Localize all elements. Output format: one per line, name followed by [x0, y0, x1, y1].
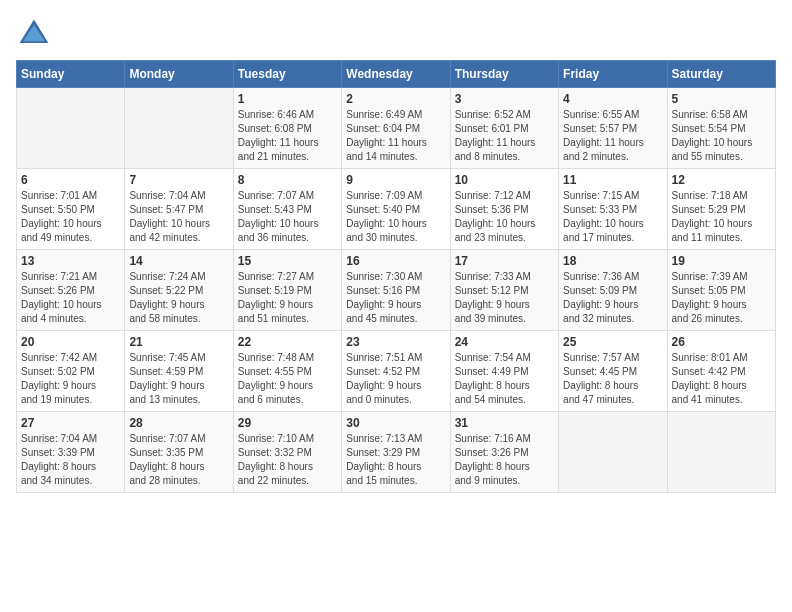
- calendar-cell: 22Sunrise: 7:48 AM Sunset: 4:55 PM Dayli…: [233, 331, 341, 412]
- day-info: Sunrise: 7:15 AM Sunset: 5:33 PM Dayligh…: [563, 189, 662, 245]
- day-info: Sunrise: 7:33 AM Sunset: 5:12 PM Dayligh…: [455, 270, 554, 326]
- day-number: 4: [563, 92, 662, 106]
- day-info: Sunrise: 7:13 AM Sunset: 3:29 PM Dayligh…: [346, 432, 445, 488]
- day-number: 22: [238, 335, 337, 349]
- calendar-cell: 24Sunrise: 7:54 AM Sunset: 4:49 PM Dayli…: [450, 331, 558, 412]
- day-number: 31: [455, 416, 554, 430]
- weekday-header-sunday: Sunday: [17, 61, 125, 88]
- day-number: 25: [563, 335, 662, 349]
- day-info: Sunrise: 7:01 AM Sunset: 5:50 PM Dayligh…: [21, 189, 120, 245]
- day-number: 16: [346, 254, 445, 268]
- day-info: Sunrise: 7:09 AM Sunset: 5:40 PM Dayligh…: [346, 189, 445, 245]
- day-info: Sunrise: 7:07 AM Sunset: 3:35 PM Dayligh…: [129, 432, 228, 488]
- day-info: Sunrise: 7:45 AM Sunset: 4:59 PM Dayligh…: [129, 351, 228, 407]
- day-number: 27: [21, 416, 120, 430]
- weekday-header-monday: Monday: [125, 61, 233, 88]
- calendar-cell: [17, 88, 125, 169]
- calendar-cell: 29Sunrise: 7:10 AM Sunset: 3:32 PM Dayli…: [233, 412, 341, 493]
- day-number: 1: [238, 92, 337, 106]
- day-number: 6: [21, 173, 120, 187]
- calendar-cell: 8Sunrise: 7:07 AM Sunset: 5:43 PM Daylig…: [233, 169, 341, 250]
- calendar-cell: 10Sunrise: 7:12 AM Sunset: 5:36 PM Dayli…: [450, 169, 558, 250]
- calendar-cell: [125, 88, 233, 169]
- day-info: Sunrise: 7:04 AM Sunset: 5:47 PM Dayligh…: [129, 189, 228, 245]
- calendar-cell: 7Sunrise: 7:04 AM Sunset: 5:47 PM Daylig…: [125, 169, 233, 250]
- day-info: Sunrise: 6:49 AM Sunset: 6:04 PM Dayligh…: [346, 108, 445, 164]
- day-number: 11: [563, 173, 662, 187]
- day-number: 3: [455, 92, 554, 106]
- calendar-cell: 28Sunrise: 7:07 AM Sunset: 3:35 PM Dayli…: [125, 412, 233, 493]
- day-info: Sunrise: 7:04 AM Sunset: 3:39 PM Dayligh…: [21, 432, 120, 488]
- calendar-cell: 2Sunrise: 6:49 AM Sunset: 6:04 PM Daylig…: [342, 88, 450, 169]
- weekday-header-thursday: Thursday: [450, 61, 558, 88]
- day-number: 23: [346, 335, 445, 349]
- day-info: Sunrise: 7:10 AM Sunset: 3:32 PM Dayligh…: [238, 432, 337, 488]
- page-header: [16, 16, 776, 52]
- day-number: 14: [129, 254, 228, 268]
- calendar-cell: 3Sunrise: 6:52 AM Sunset: 6:01 PM Daylig…: [450, 88, 558, 169]
- day-info: Sunrise: 7:36 AM Sunset: 5:09 PM Dayligh…: [563, 270, 662, 326]
- day-number: 17: [455, 254, 554, 268]
- day-info: Sunrise: 7:57 AM Sunset: 4:45 PM Dayligh…: [563, 351, 662, 407]
- day-info: Sunrise: 7:27 AM Sunset: 5:19 PM Dayligh…: [238, 270, 337, 326]
- day-number: 18: [563, 254, 662, 268]
- day-number: 28: [129, 416, 228, 430]
- day-number: 7: [129, 173, 228, 187]
- weekday-header-tuesday: Tuesday: [233, 61, 341, 88]
- day-info: Sunrise: 6:58 AM Sunset: 5:54 PM Dayligh…: [672, 108, 771, 164]
- logo-icon: [16, 16, 52, 52]
- day-info: Sunrise: 7:16 AM Sunset: 3:26 PM Dayligh…: [455, 432, 554, 488]
- calendar-cell: 31Sunrise: 7:16 AM Sunset: 3:26 PM Dayli…: [450, 412, 558, 493]
- calendar-cell: 16Sunrise: 7:30 AM Sunset: 5:16 PM Dayli…: [342, 250, 450, 331]
- logo: [16, 16, 56, 52]
- calendar-cell: 19Sunrise: 7:39 AM Sunset: 5:05 PM Dayli…: [667, 250, 775, 331]
- day-number: 19: [672, 254, 771, 268]
- day-info: Sunrise: 6:46 AM Sunset: 6:08 PM Dayligh…: [238, 108, 337, 164]
- day-number: 26: [672, 335, 771, 349]
- day-info: Sunrise: 7:12 AM Sunset: 5:36 PM Dayligh…: [455, 189, 554, 245]
- calendar-cell: 15Sunrise: 7:27 AM Sunset: 5:19 PM Dayli…: [233, 250, 341, 331]
- day-number: 21: [129, 335, 228, 349]
- day-number: 30: [346, 416, 445, 430]
- day-number: 24: [455, 335, 554, 349]
- day-info: Sunrise: 8:01 AM Sunset: 4:42 PM Dayligh…: [672, 351, 771, 407]
- day-number: 9: [346, 173, 445, 187]
- calendar-cell: 18Sunrise: 7:36 AM Sunset: 5:09 PM Dayli…: [559, 250, 667, 331]
- day-info: Sunrise: 7:48 AM Sunset: 4:55 PM Dayligh…: [238, 351, 337, 407]
- calendar-table: SundayMondayTuesdayWednesdayThursdayFrid…: [16, 60, 776, 493]
- day-info: Sunrise: 7:21 AM Sunset: 5:26 PM Dayligh…: [21, 270, 120, 326]
- weekday-header-wednesday: Wednesday: [342, 61, 450, 88]
- day-info: Sunrise: 7:30 AM Sunset: 5:16 PM Dayligh…: [346, 270, 445, 326]
- calendar-cell: 27Sunrise: 7:04 AM Sunset: 3:39 PM Dayli…: [17, 412, 125, 493]
- day-number: 2: [346, 92, 445, 106]
- calendar-cell: 30Sunrise: 7:13 AM Sunset: 3:29 PM Dayli…: [342, 412, 450, 493]
- calendar-cell: 11Sunrise: 7:15 AM Sunset: 5:33 PM Dayli…: [559, 169, 667, 250]
- day-info: Sunrise: 7:42 AM Sunset: 5:02 PM Dayligh…: [21, 351, 120, 407]
- calendar-cell: 26Sunrise: 8:01 AM Sunset: 4:42 PM Dayli…: [667, 331, 775, 412]
- day-info: Sunrise: 7:24 AM Sunset: 5:22 PM Dayligh…: [129, 270, 228, 326]
- day-number: 20: [21, 335, 120, 349]
- day-number: 10: [455, 173, 554, 187]
- day-info: Sunrise: 7:18 AM Sunset: 5:29 PM Dayligh…: [672, 189, 771, 245]
- day-info: Sunrise: 7:39 AM Sunset: 5:05 PM Dayligh…: [672, 270, 771, 326]
- calendar-cell: 9Sunrise: 7:09 AM Sunset: 5:40 PM Daylig…: [342, 169, 450, 250]
- calendar-cell: [559, 412, 667, 493]
- day-number: 29: [238, 416, 337, 430]
- day-info: Sunrise: 7:54 AM Sunset: 4:49 PM Dayligh…: [455, 351, 554, 407]
- calendar-cell: 25Sunrise: 7:57 AM Sunset: 4:45 PM Dayli…: [559, 331, 667, 412]
- calendar-cell: [667, 412, 775, 493]
- calendar-cell: 13Sunrise: 7:21 AM Sunset: 5:26 PM Dayli…: [17, 250, 125, 331]
- calendar-cell: 17Sunrise: 7:33 AM Sunset: 5:12 PM Dayli…: [450, 250, 558, 331]
- day-info: Sunrise: 6:52 AM Sunset: 6:01 PM Dayligh…: [455, 108, 554, 164]
- calendar-cell: 4Sunrise: 6:55 AM Sunset: 5:57 PM Daylig…: [559, 88, 667, 169]
- weekday-header-friday: Friday: [559, 61, 667, 88]
- day-info: Sunrise: 6:55 AM Sunset: 5:57 PM Dayligh…: [563, 108, 662, 164]
- calendar-cell: 5Sunrise: 6:58 AM Sunset: 5:54 PM Daylig…: [667, 88, 775, 169]
- day-number: 15: [238, 254, 337, 268]
- calendar-cell: 23Sunrise: 7:51 AM Sunset: 4:52 PM Dayli…: [342, 331, 450, 412]
- calendar-cell: 14Sunrise: 7:24 AM Sunset: 5:22 PM Dayli…: [125, 250, 233, 331]
- calendar-cell: 21Sunrise: 7:45 AM Sunset: 4:59 PM Dayli…: [125, 331, 233, 412]
- calendar-cell: 1Sunrise: 6:46 AM Sunset: 6:08 PM Daylig…: [233, 88, 341, 169]
- day-number: 5: [672, 92, 771, 106]
- day-number: 12: [672, 173, 771, 187]
